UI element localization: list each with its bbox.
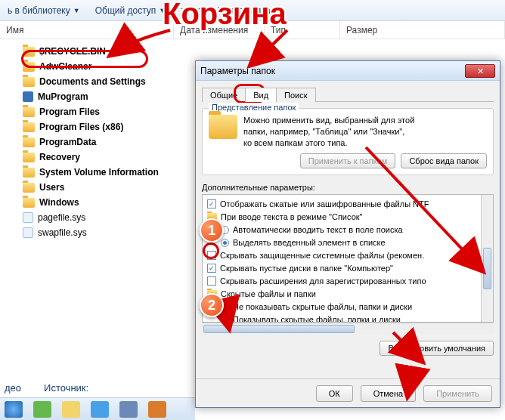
col-name[interactable]: Имя (0, 21, 174, 39)
taskbar-app[interactable] (62, 401, 80, 418)
folder-icon (23, 137, 35, 147)
cancel-button[interactable]: Отмена (361, 385, 416, 402)
folder-icon (23, 183, 35, 193)
tab-search[interactable]: Поиск (276, 88, 315, 102)
dialog-titlebar[interactable]: Параметры папок ✕ (196, 61, 500, 81)
toolbar-library[interactable]: ь в библиотеку (8, 5, 70, 16)
group-description: Можно применить вид, выбранный для этой … (243, 115, 414, 149)
folder-icon (23, 47, 35, 57)
label-source: Источник: (44, 382, 88, 394)
checkbox-hide-protected[interactable] (207, 251, 216, 260)
folder-icon (23, 122, 35, 132)
folder-icon (23, 62, 35, 72)
restore-defaults-button[interactable]: Восстановить умолчания (380, 341, 494, 356)
tab-general[interactable]: Общие (202, 88, 246, 102)
taskbar-app[interactable] (148, 401, 166, 418)
folder-icon (23, 168, 35, 178)
extra-params-label: Дополнительные параметры: (202, 183, 494, 192)
label-video: део (5, 382, 21, 394)
chevron-down-icon: ▼ (73, 7, 80, 14)
taskbar-app[interactable] (119, 401, 138, 418)
options-tree[interactable]: ✓Отображать сжатые или зашифрованные фай… (202, 194, 494, 323)
sys-file-icon (23, 227, 33, 238)
folder-icon (209, 115, 237, 139)
checkbox[interactable]: ✓ (207, 264, 216, 273)
checkbox[interactable]: ✓ (207, 199, 216, 208)
app-icon (23, 91, 33, 102)
vertical-scrollbar[interactable] (481, 195, 493, 322)
explorer-status: део Источник: (0, 378, 195, 397)
tab-view[interactable]: Вид (245, 88, 277, 102)
reset-view-button[interactable]: Сброс вида папок (401, 153, 487, 168)
ok-button[interactable]: ОК (316, 385, 353, 402)
col-size[interactable]: Размер (340, 21, 505, 39)
start-button[interactable] (5, 401, 23, 418)
folder-icon (23, 107, 35, 117)
apply-button[interactable]: Применить (423, 385, 492, 402)
horizontal-scrollbar[interactable] (202, 323, 494, 335)
close-button[interactable]: ✕ (465, 64, 495, 78)
list-item[interactable]: $RECYCLE.BIN (23, 44, 505, 59)
annotation-step2: 2 (200, 293, 224, 317)
taskbar-app[interactable] (33, 401, 51, 418)
folder-icon (23, 153, 35, 162)
apply-to-folders-button[interactable]: Применить к папкам (300, 153, 396, 168)
folder-icon (23, 198, 35, 208)
view-group: Представление папок Можно применить вид,… (202, 108, 494, 175)
checkbox[interactable] (207, 276, 216, 286)
group-title: Представление папок (209, 103, 299, 112)
tab-strip: Общие Вид Поиск (202, 87, 494, 102)
dialog-footer: ОК Отмена Применить (196, 378, 500, 407)
radio[interactable] (221, 239, 229, 247)
sys-file-icon (23, 212, 33, 223)
annotation-title: Корзина (163, 0, 287, 31)
toolbar-share[interactable]: Общий доступ (95, 5, 156, 16)
dialog-title: Параметры папок (200, 66, 465, 76)
taskbar-app[interactable] (91, 401, 109, 418)
taskbar[interactable] (0, 397, 195, 420)
folder-icon (23, 77, 35, 87)
folder-options-dialog: Параметры папок ✕ Общие Вид Поиск Предст… (195, 60, 500, 408)
radio-show-hidden[interactable] (221, 316, 229, 323)
annotation-step1: 1 (200, 218, 224, 242)
